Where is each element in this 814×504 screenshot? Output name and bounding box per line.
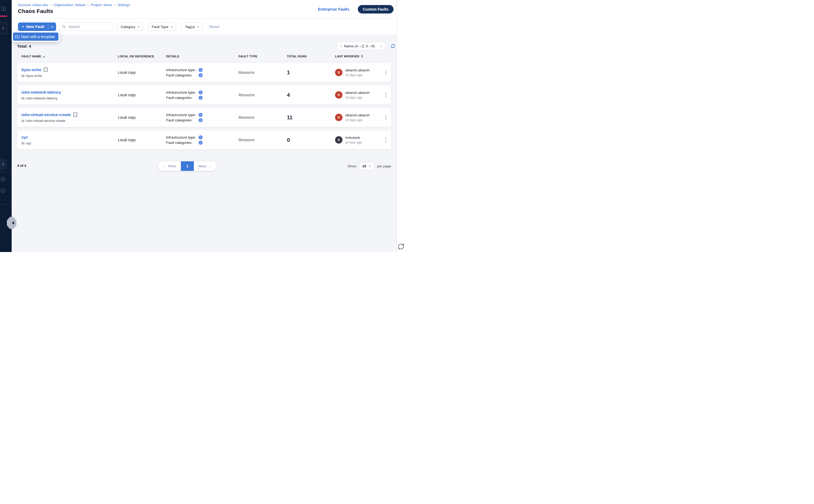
filter-chips: Category×Fault Type×Tag(s)×: [117, 22, 203, 31]
fault-name-cell: xyz Id: xyz: [21, 135, 118, 145]
chevron-right-icon: [1, 163, 5, 166]
start-with-template-label: Start with a template: [21, 35, 55, 39]
page-size-select[interactable]: 10: [359, 162, 374, 170]
current-page-button[interactable]: 1: [181, 161, 194, 171]
last-modified-cell: U utkarsh.utkarsh 13 days ago: [335, 91, 381, 99]
column-fault-name[interactable]: FAULT NAME ▲: [21, 55, 118, 58]
infrastructure-type-label: Infrastructure type:: [166, 113, 198, 117]
row-menu-button[interactable]: [381, 68, 391, 76]
close-icon[interactable]: ×: [138, 25, 140, 29]
next-page-button[interactable]: Next →: [194, 161, 217, 171]
fault-categories-label: Fault categories:: [166, 118, 198, 122]
fault-categories-label: Fault categories:: [166, 73, 198, 77]
page-header: Account: chaos-dev›Organization: default…: [12, 0, 397, 19]
filter-chip[interactable]: Fault Type×: [148, 22, 176, 31]
fault-name-link[interactable]: byoc-echo: [21, 67, 41, 72]
modified-time: an hour ago: [345, 141, 362, 144]
info-icon[interactable]: i: [1, 177, 5, 181]
total-count: Total: 4: [17, 44, 31, 48]
refresh-icon: [390, 43, 396, 49]
chat-bubble-icon: [397, 242, 405, 250]
fault-name-link[interactable]: istio-network-latency: [21, 90, 61, 94]
close-icon[interactable]: ×: [171, 25, 173, 29]
infrastructure-type-label: Infrastructure type:: [166, 90, 198, 94]
details-cell: Infrastructure type: Fault categories:: [166, 90, 239, 100]
chevron-down-icon: [368, 164, 371, 168]
sort-both-icon: ▲▼: [361, 55, 363, 58]
plus-icon: +: [22, 24, 24, 29]
avatar: U: [335, 69, 342, 76]
enterprise-faults-link[interactable]: Enterprise Faults: [318, 7, 349, 11]
main-panel: Account: chaos-dev›Organization: default…: [12, 0, 397, 252]
total-runs-value: 0: [287, 137, 335, 143]
row-menu-button[interactable]: [381, 113, 391, 121]
scrollbar-gutter[interactable]: [397, 0, 407, 252]
details-cell: Infrastructure type: Fault categories:: [166, 112, 239, 123]
sort-dropdown[interactable]: ↑↓ Name (A→Z, 0→9): [337, 42, 386, 50]
avatar: U: [335, 114, 342, 121]
fault-id: Id: istio-virtual-service-create: [21, 119, 118, 123]
fault-type-value: Resource: [239, 93, 287, 97]
support-chat-button[interactable]: [397, 242, 405, 251]
total-runs-value: 11: [287, 114, 335, 121]
summary-row: Total: 4 ↑↓ Name (A→Z, 0→9): [17, 42, 396, 50]
kubernetes-icon: [198, 68, 203, 72]
chevron-down-icon: [379, 44, 383, 48]
breadcrumb-link[interactable]: Account: chaos-dev: [18, 3, 48, 7]
table-header: FAULT NAME ▲ LOCAL OR REFERENCE DETAILS …: [17, 55, 391, 58]
new-fault-menu-button[interactable]: [48, 22, 56, 31]
fault-name-link[interactable]: xyz: [21, 135, 28, 139]
breadcrumb-link[interactable]: Organization: default: [54, 3, 85, 7]
app-grid-icon[interactable]: [1, 7, 6, 11]
new-fault-button[interactable]: + New Fault: [18, 24, 48, 29]
nav-expand-button[interactable]: [0, 22, 7, 34]
info-icon[interactable]: i: [1, 189, 5, 193]
search-box: [59, 22, 113, 31]
kubernetes-icon: [198, 90, 203, 95]
fault-name-cell: istio-virtual-service-create Id: istio-v…: [21, 112, 118, 123]
infrastructure-type-label: Infrastructure type:: [166, 68, 198, 72]
modified-time: 13 days ago: [345, 73, 369, 77]
reset-filters-link[interactable]: Reset: [209, 25, 219, 29]
pagination-count: 4 of 4: [17, 164, 26, 168]
refresh-button[interactable]: [390, 43, 396, 49]
filter-chip[interactable]: Category×: [117, 22, 143, 31]
close-icon[interactable]: ×: [197, 25, 199, 29]
fault-name-link[interactable]: istio-virtual-service-create: [21, 112, 71, 117]
infrastructure-type-label: Infrastructure type:: [166, 135, 198, 139]
pagination-bar: 4 of 4 ← Prev 1 Next → Show 10: [17, 161, 391, 171]
custom-faults-button[interactable]: Custom Faults: [358, 5, 394, 13]
search-input[interactable]: [59, 22, 113, 31]
chaos-faults-page: i i Account: chaos-dev›Organization: def…: [0, 0, 407, 252]
start-with-template-item[interactable]: Start with a template: [13, 33, 58, 41]
new-fault-label: New Fault: [26, 25, 44, 29]
breadcrumb-link[interactable]: Project: demo: [91, 3, 112, 7]
fault-row: xyz Id: xyz Local copy Infrastructure ty…: [17, 130, 391, 149]
fault-table-body: byoc-echo Id: byoc-echo Local copy Infra…: [17, 63, 396, 149]
breadcrumb-link[interactable]: Settings: [117, 3, 130, 7]
breadcrumb-separator-icon: ›: [50, 3, 52, 7]
total-runs-value: 4: [287, 92, 335, 98]
faults-content: Total: 4 ↑↓ Name (A→Z, 0→9): [12, 35, 397, 171]
column-total-runs: TOTAL RUNS: [287, 55, 335, 58]
modified-time: 13 days ago: [345, 96, 369, 99]
breadcrumb-separator-icon: ›: [88, 3, 89, 7]
arrow-left-icon: ←: [163, 164, 167, 168]
sort-arrows-icon: ↑↓: [340, 44, 342, 48]
sidebar-toggle-button[interactable]: [0, 159, 7, 170]
column-fault-type: FAULT TYPE: [239, 55, 287, 58]
details-cell: Infrastructure type: Fault categories:: [166, 135, 239, 145]
sort-zone: ↑↓ Name (A→Z, 0→9): [337, 42, 396, 50]
triangle-left-icon: [12, 221, 14, 224]
filter-chip[interactable]: Tag(s)×: [181, 22, 203, 31]
template-icon: [15, 35, 19, 39]
manifest-file-icon: [73, 112, 77, 117]
column-last-modified[interactable]: LAST MODIFIED ▲▼: [335, 55, 381, 58]
prev-page-button[interactable]: ← Prev: [158, 161, 181, 171]
fault-name-cell: istio-network-latency Id: istio-network-…: [21, 90, 118, 100]
fault-id: Id: xyz: [21, 141, 118, 145]
sort-selected-value: Name (A→Z, 0→9): [344, 44, 377, 48]
filter-chip-label: Fault Type: [152, 25, 168, 29]
row-menu-button[interactable]: [381, 136, 391, 144]
row-menu-button[interactable]: [381, 91, 391, 99]
